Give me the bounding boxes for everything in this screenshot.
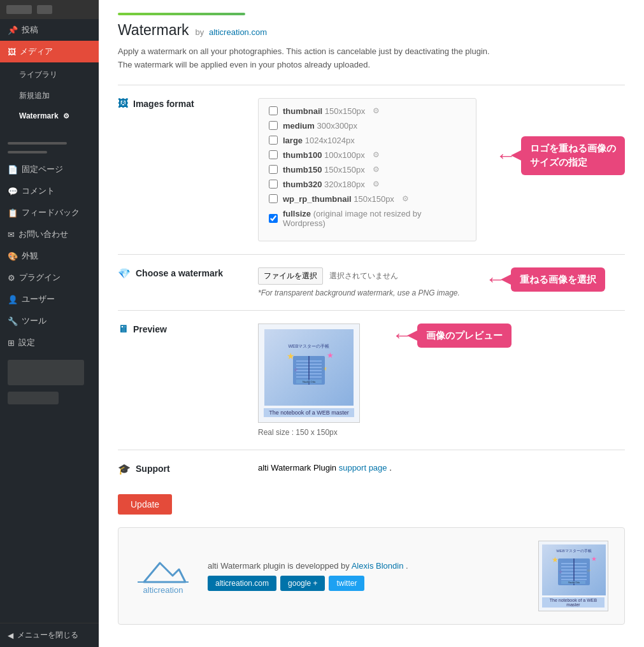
checkbox-thumbnail[interactable] <box>269 106 278 115</box>
support-content: alti Watermark Plugin support page . <box>258 463 625 473</box>
file-select-button[interactable]: ファイルを選択 <box>258 267 323 285</box>
sidebar-item-settings-label: 設定 <box>18 337 35 348</box>
sidebar-item-tools[interactable]: 🔧 ツール <box>0 310 99 332</box>
checkbox-thumb150-label[interactable]: thumb150 150x150px <box>283 165 365 174</box>
checkbox-row-thumb100: thumb100 100x100px ⚙ <box>269 150 466 160</box>
checkbox-thumb320-label[interactable]: thumb320 320x180px <box>283 180 365 189</box>
page-title: Watermark by alticreation.com <box>118 22 625 39</box>
images-format-box: thumbnail 150x150px ⚙ medium 300x300px <box>258 98 476 241</box>
sidebar-subitem-add-new-label: 新規追加 <box>19 91 50 100</box>
sidebar-item-feedback[interactable]: 📋 フィードバック <box>0 202 99 224</box>
svg-text:★: ★ <box>552 555 559 564</box>
checkbox-fullsize[interactable] <box>269 214 278 223</box>
checkbox-large-label[interactable]: large 1024x1024px <box>283 136 355 145</box>
gear-icon-thumb320[interactable]: ⚙ <box>373 180 380 188</box>
support-text: Support <box>136 464 170 474</box>
sidebar-subitem-library[interactable]: ライブラリ <box>0 66 99 83</box>
images-annotation-line1: ロゴを重ねる画像の <box>530 143 616 153</box>
footer-description-text: alti Watermark plugin is developped by <box>208 561 352 571</box>
footer-author-link[interactable]: Alexis Blondin <box>352 561 404 571</box>
images-format-text: Images format <box>133 99 194 109</box>
checkbox-wp-rp-thumbnail[interactable] <box>269 194 278 203</box>
footer-logo-area: alticreation <box>131 557 195 595</box>
svg-text:WEBマスターの手帳: WEBマスターの手帳 <box>556 549 592 553</box>
sidebar-item-media-label: メディア <box>20 46 53 57</box>
main-inner: Watermark by alticreation.com Apply a wa… <box>99 0 644 647</box>
sidebar-item-tools-label: ツール <box>22 315 47 327</box>
sidebar-item-settings[interactable]: ⊞ 設定 <box>0 332 99 353</box>
preview-caption: The notebook of a WEB master <box>264 408 354 417</box>
watermark-annotation-bubble: 重ねる画像を選択 <box>511 267 605 292</box>
checkbox-thumb150[interactable] <box>269 165 278 174</box>
plugins-icon: ⚙ <box>8 273 15 283</box>
preview-image: WEBマスターの手帳 ★ ★ ★ ★ ★ <box>264 329 354 406</box>
images-format-section: 🖼 Images format thumbnail 150x150px ⚙ <box>118 85 625 254</box>
images-format-label: 🖼 Images format <box>118 98 245 110</box>
alticreation-logo-svg <box>138 557 189 585</box>
checkbox-fullsize-label[interactable]: fullsize (original image not resized by … <box>283 209 466 228</box>
comments-icon: 💬 <box>8 187 18 196</box>
footer-preview-caption: The notebook of a WEB master <box>542 597 605 608</box>
checkbox-thumb320[interactable] <box>269 180 278 188</box>
checkbox-thumb100-label[interactable]: thumb100 100x100px <box>283 150 365 160</box>
alticreation-link-button[interactable]: alticreation.com <box>208 576 276 591</box>
preview-box: WEBマスターの手帳 ★ ★ ★ ★ ★ <box>258 324 360 423</box>
close-menu-button[interactable]: ◀ メニューを閉じる <box>0 623 99 647</box>
choose-watermark-label: 💎 Choose a watermark <box>118 267 245 280</box>
gear-icon-thumb150[interactable]: ⚙ <box>373 165 380 174</box>
pages-icon: 📄 <box>8 165 18 174</box>
settings-grid-icon: ⊞ <box>8 338 15 348</box>
contact-icon: ✉ <box>8 230 15 239</box>
site-url-link[interactable]: alticreation.com <box>209 27 267 37</box>
sidebar-item-users-label: ユーザー <box>22 294 55 305</box>
checkbox-large[interactable] <box>269 136 278 145</box>
success-bar <box>118 13 245 15</box>
sidebar-subitem-add-new[interactable]: 新規追加 <box>0 87 99 104</box>
checkbox-thumbnail-label[interactable]: thumbnail 150x150px <box>283 106 365 116</box>
support-page-link[interactable]: support page <box>339 463 387 473</box>
footer-description: alti Watermark plugin is developped by A… <box>208 561 522 571</box>
sidebar-item-users[interactable]: 👤 ユーザー <box>0 288 99 310</box>
preview-book-svg: WEBマスターの手帳 ★ ★ ★ ★ ★ <box>277 340 341 394</box>
sidebar-subitem-watermark[interactable]: Watermark ⚙ <box>0 108 99 124</box>
preview-section: 🖥 Preview WEBマスターの手帳 ★ ★ <box>118 310 625 450</box>
checkbox-row-medium: medium 300x300px <box>269 121 466 131</box>
sidebar-item-plugins[interactable]: ⚙ プラグイン <box>0 267 99 288</box>
checkbox-medium[interactable] <box>269 121 278 130</box>
page-title-text: Watermark <box>118 22 189 39</box>
media-icon: 🖼 <box>8 47 16 57</box>
sidebar-menu: 📌 投稿 🖼 メディア ライブラリ 新規追加 Watermark ⚙ <box>0 19 99 623</box>
sidebar-item-posts[interactable]: 📌 投稿 <box>0 19 99 41</box>
svg-marker-16 <box>144 563 185 582</box>
sidebar-small-bar2 <box>8 151 47 153</box>
sidebar-item-media[interactable]: 🖼 メディア ライブラリ 新規追加 Watermark ⚙ <box>0 41 99 159</box>
sidebar-item-media-header[interactable]: 🖼 メディア <box>0 41 99 62</box>
gear-icon-wp-rp[interactable]: ⚙ <box>402 194 409 203</box>
sidebar-item-comments[interactable]: 💬 コメント <box>0 180 99 202</box>
update-button[interactable]: Update <box>118 494 172 515</box>
gear-icon-thumbnail[interactable]: ⚙ <box>373 106 380 115</box>
close-menu-label: メニューを閉じる <box>17 630 78 641</box>
choose-watermark-section: 💎 Choose a watermark ファイルを選択 選択されていません *… <box>118 254 625 310</box>
sidebar-item-contact[interactable]: ✉ お問い合わせ <box>0 224 99 245</box>
sidebar-item-appearance[interactable]: 🎨 外観 <box>0 245 99 267</box>
footer-bar: alticreation alti Watermark plugin is de… <box>118 527 625 625</box>
checkbox-row-thumb150: thumb150 150x150px ⚙ <box>269 165 466 174</box>
google-plus-link-button[interactable]: google + <box>280 576 325 591</box>
gear-icon-thumb100[interactable]: ⚙ <box>373 150 380 159</box>
footer-logo-text: alticreation <box>143 585 183 595</box>
checkbox-thumb100[interactable] <box>269 150 278 159</box>
sidebar-avatar-area <box>0 353 99 411</box>
sidebar-item-pages[interactable]: 📄 固定ページ <box>0 159 99 180</box>
twitter-link-button[interactable]: twitter <box>329 576 364 591</box>
sidebar-subitem-watermark-label: Watermark <box>19 111 59 120</box>
settings-icon: ⚙ <box>63 112 69 120</box>
preview-content: WEBマスターの手帳 ★ ★ ★ ★ ★ <box>258 324 625 437</box>
images-format-content: thumbnail 150x150px ⚙ medium 300x300px <box>258 98 625 241</box>
support-description: alti Watermark Plugin <box>258 463 339 473</box>
footer-info: alti Watermark plugin is developped by A… <box>208 561 522 591</box>
sidebar-logo <box>0 0 99 19</box>
checkbox-wp-rp-thumbnail-label[interactable]: wp_rp_thumbnail 150x150px <box>283 194 394 204</box>
sidebar-item-comments-label: コメント <box>22 185 55 197</box>
checkbox-medium-label[interactable]: medium 300x300px <box>283 121 357 131</box>
